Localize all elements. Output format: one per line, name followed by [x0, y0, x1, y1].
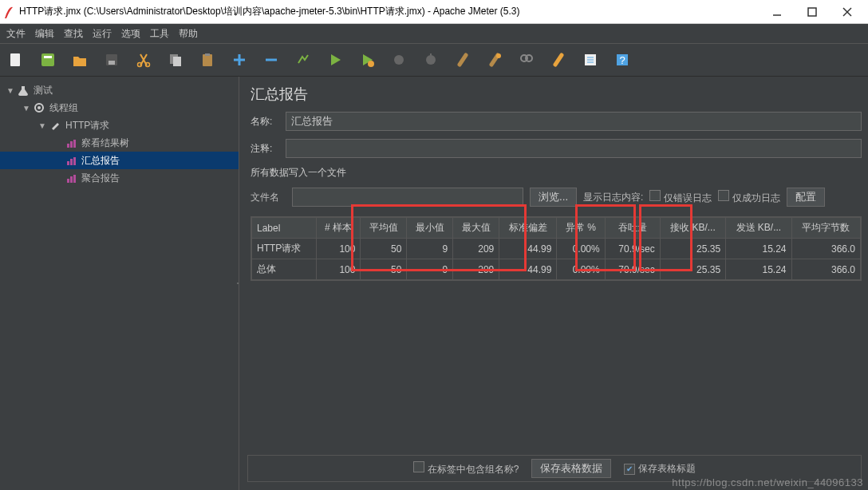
new-icon[interactable] — [6, 50, 26, 69]
include-group-checkbox[interactable]: 在标签中包含组名称? — [413, 461, 519, 476]
stop-icon[interactable] — [389, 50, 408, 69]
menubar: 文件 编辑 查找 运行 选项 工具 帮助 — [0, 24, 868, 43]
svg-rect-37 — [70, 159, 73, 165]
tree-summary-report[interactable]: 汇总报告 — [0, 152, 239, 169]
configure-button[interactable]: 配置 — [787, 188, 825, 207]
cell: 50 — [361, 259, 407, 280]
col-header[interactable]: 平均值 — [361, 218, 407, 239]
minimize-button[interactable] — [760, 1, 795, 23]
cell: 70.9/sec — [605, 259, 660, 280]
start-icon[interactable] — [326, 50, 345, 69]
svg-rect-33 — [67, 144, 69, 148]
watermark: https://blog.csdn.net/weixin_44096133 — [672, 476, 863, 488]
filename-input[interactable] — [292, 188, 523, 207]
svg-rect-14 — [205, 53, 210, 56]
tree-http-request[interactable]: ▼ HTTP请求 — [0, 117, 239, 134]
browse-button[interactable]: 浏览... — [530, 188, 577, 207]
log-display-label: 显示日志内容: — [583, 191, 643, 204]
cell: 0.00% — [557, 259, 605, 280]
svg-rect-21 — [430, 53, 432, 58]
start-no-pause-icon[interactable] — [357, 50, 377, 69]
svg-rect-38 — [73, 157, 76, 165]
tree-view-results[interactable]: 察看结果树 — [0, 134, 239, 152]
name-input[interactable] — [286, 112, 862, 131]
maximize-button[interactable] — [795, 1, 830, 23]
cell: 15.24 — [726, 259, 791, 280]
window-titlebar: HTTP请求.jmx (C:\Users\Administrator\Deskt… — [0, 0, 868, 24]
table-row[interactable]: 总体10050920944.990.00%70.9/sec25.3515.243… — [252, 259, 861, 280]
open-icon[interactable] — [70, 50, 89, 69]
svg-rect-35 — [73, 140, 76, 148]
menu-edit[interactable]: 编辑 — [35, 27, 54, 41]
tree-label: 测试 — [34, 84, 53, 97]
only-success-checkbox[interactable]: 仅成功日志 — [718, 190, 780, 205]
svg-rect-41 — [73, 175, 76, 183]
report-icon[interactable] — [581, 50, 600, 69]
chart-icon — [64, 136, 78, 150]
cell: 9 — [407, 259, 453, 280]
cell: 100 — [316, 259, 361, 280]
col-header[interactable]: 吞吐量 — [605, 218, 660, 239]
minus-icon[interactable] — [262, 50, 281, 69]
cell: 25.35 — [660, 239, 725, 259]
tree-panel: ▼ 测试 ▼ 线程组 ▼ HTTP请求 察看结果树 汇总报告 聚合报告 — [0, 77, 239, 490]
clear-all-icon[interactable] — [485, 50, 504, 69]
menu-help[interactable]: 帮助 — [179, 27, 198, 41]
shutdown-icon[interactable] — [421, 50, 440, 69]
toolbar: ? — [0, 43, 868, 77]
flask-icon — [16, 83, 30, 97]
cell: HTTP请求 — [252, 239, 317, 259]
cell: 0.00% — [557, 239, 605, 259]
cut-icon[interactable] — [134, 50, 153, 69]
window-title: HTTP请求.jmx (C:\Users\Administrator\Deskt… — [19, 5, 760, 18]
menu-tools[interactable]: 工具 — [150, 27, 169, 41]
tree-test-plan[interactable]: ▼ 测试 — [0, 81, 239, 99]
col-header[interactable]: 最小值 — [407, 218, 453, 239]
close-button[interactable] — [830, 1, 865, 23]
only-error-checkbox[interactable]: 仅错误日志 — [649, 190, 712, 205]
menu-run[interactable]: 运行 — [93, 27, 112, 41]
col-header[interactable]: 标准偏差 — [499, 218, 557, 239]
dropper-icon — [48, 118, 62, 132]
col-header[interactable]: 平均字节数 — [791, 218, 860, 239]
col-header[interactable]: Label — [252, 218, 317, 239]
toggle-icon[interactable] — [294, 50, 313, 69]
menu-search[interactable]: 查找 — [64, 27, 83, 41]
col-header[interactable]: 最大值 — [453, 218, 499, 239]
plus-icon[interactable] — [230, 50, 249, 69]
cell: 209 — [453, 259, 499, 280]
table-row[interactable]: HTTP请求10050920944.990.00%70.9/sec25.3515… — [252, 239, 861, 259]
save-header-checkbox[interactable]: ✔保存表格标题 — [624, 462, 696, 476]
save-table-data-button[interactable]: 保存表格数据 — [531, 459, 611, 478]
menu-file[interactable]: 文件 — [6, 27, 26, 41]
tree-aggregate-report[interactable]: 聚合报告 — [0, 169, 239, 187]
menu-options[interactable]: 选项 — [121, 27, 140, 41]
cell: 44.99 — [499, 259, 557, 280]
svg-text:?: ? — [619, 54, 625, 66]
cell: 25.35 — [660, 259, 725, 280]
app-icon — [3, 4, 14, 20]
col-header[interactable]: # 样本 — [316, 218, 361, 239]
col-header[interactable]: 接收 KB/... — [660, 218, 725, 239]
col-header[interactable]: 发送 KB/... — [726, 218, 791, 239]
save-icon[interactable] — [102, 50, 121, 69]
paste-icon[interactable] — [198, 50, 217, 69]
col-header[interactable]: 异常 % — [557, 218, 605, 239]
clear-icon[interactable] — [453, 50, 472, 69]
templates-icon[interactable] — [38, 50, 57, 69]
svg-rect-12 — [173, 57, 181, 66]
copy-icon[interactable] — [166, 50, 185, 69]
svg-point-9 — [138, 63, 142, 67]
comment-input[interactable] — [286, 139, 862, 158]
search-icon[interactable] — [517, 50, 536, 69]
svg-rect-5 — [41, 53, 54, 66]
content-panel: 汇总报告 名称: 注释: 所有数据写入一个文件 文件名 浏览... 显示日志内容… — [239, 77, 868, 490]
tree-label: 线程组 — [49, 101, 78, 115]
tree-label: 汇总报告 — [81, 154, 120, 168]
cell: 209 — [453, 239, 499, 259]
help-icon[interactable]: ? — [613, 50, 632, 69]
tree-thread-group[interactable]: ▼ 线程组 — [0, 99, 239, 117]
function-icon[interactable] — [549, 50, 568, 69]
svg-point-22 — [496, 53, 501, 58]
cell: 15.24 — [726, 239, 791, 259]
